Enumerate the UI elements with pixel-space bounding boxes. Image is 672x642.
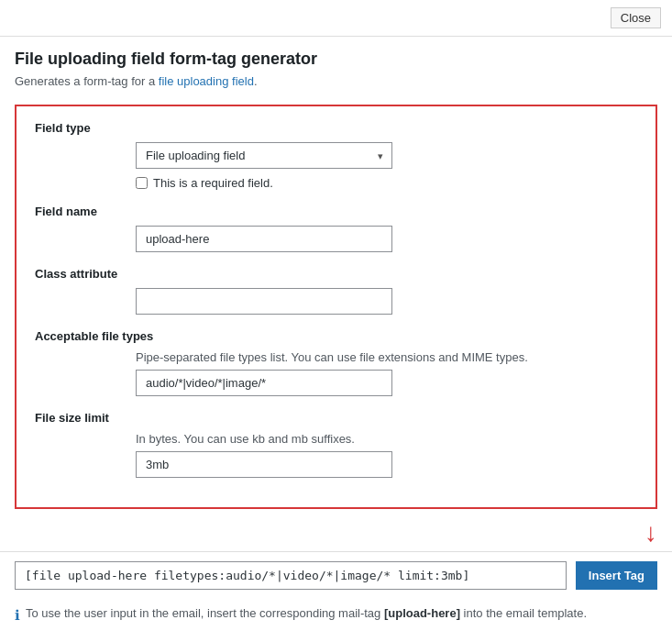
arrow-wrapper: ↓ [0, 520, 672, 546]
main-form: Field type File uploading field Text fie… [15, 105, 657, 509]
class-attribute-label: Class attribute [35, 267, 637, 281]
page-subtitle: Generates a form-tag for a file uploadin… [15, 74, 657, 88]
file-types-indent: Pipe-separated file types list. You can … [35, 350, 637, 396]
subtitle-suffix: . [254, 74, 258, 88]
field-name-label: Field name [35, 205, 637, 218]
file-size-input[interactable] [136, 451, 392, 478]
field-name-input[interactable] [136, 226, 392, 252]
page-title: File uploading field form-tag generator [15, 50, 657, 69]
close-button[interactable]: Close [611, 7, 661, 28]
file-types-label: Acceptable file types [35, 329, 637, 343]
file-size-indent: In bytes. You can use kb and mb suffixes… [35, 432, 637, 478]
file-size-group: File size limit In bytes. You can use kb… [35, 411, 637, 478]
info-suffix: into the email template. [460, 606, 587, 620]
file-types-group: Acceptable file types Pipe-separated fil… [35, 329, 637, 396]
class-attribute-indent [35, 288, 637, 315]
field-type-select[interactable]: File uploading field Text field Email fi… [136, 142, 392, 169]
tag-output-input[interactable] [15, 561, 567, 590]
info-text: To use the user input in the email, inse… [26, 606, 587, 620]
field-type-group: Field type File uploading field Text fie… [35, 121, 637, 190]
subtitle-prefix: Generates a form-tag for a [15, 74, 159, 88]
field-type-label: Field type [35, 121, 637, 135]
required-label[interactable]: This is a required field. [153, 176, 273, 190]
field-name-indent [35, 226, 637, 252]
class-attribute-input[interactable] [136, 288, 392, 315]
info-icon: ℹ [15, 607, 20, 624]
required-checkbox-row: This is a required field. [136, 176, 637, 190]
field-type-select-wrapper: File uploading field Text field Email fi… [136, 142, 392, 169]
top-bar: Close [0, 0, 672, 37]
info-tag: [upload-here] [384, 606, 460, 620]
subtitle-link[interactable]: file uploading field [159, 74, 254, 88]
page-header: File uploading field form-tag generator … [0, 37, 672, 94]
file-size-label: File size limit [35, 411, 637, 425]
bottom-bar: Insert Tag [0, 551, 672, 599]
info-bar: ℹ To use the user input in the email, in… [0, 599, 672, 631]
required-checkbox[interactable] [136, 177, 148, 189]
file-types-input[interactable] [136, 370, 392, 396]
file-types-hint: Pipe-separated file types list. You can … [136, 350, 637, 364]
file-size-hint: In bytes. You can use kb and mb suffixes… [136, 432, 637, 446]
field-name-group: Field name [35, 205, 637, 252]
insert-tag-button[interactable]: Insert Tag [576, 561, 657, 590]
down-arrow-icon: ↓ [644, 520, 657, 546]
class-attribute-group: Class attribute [35, 267, 637, 315]
info-prefix: To use the user input in the email, inse… [26, 606, 384, 620]
field-type-controls: File uploading field Text field Email fi… [35, 142, 637, 190]
